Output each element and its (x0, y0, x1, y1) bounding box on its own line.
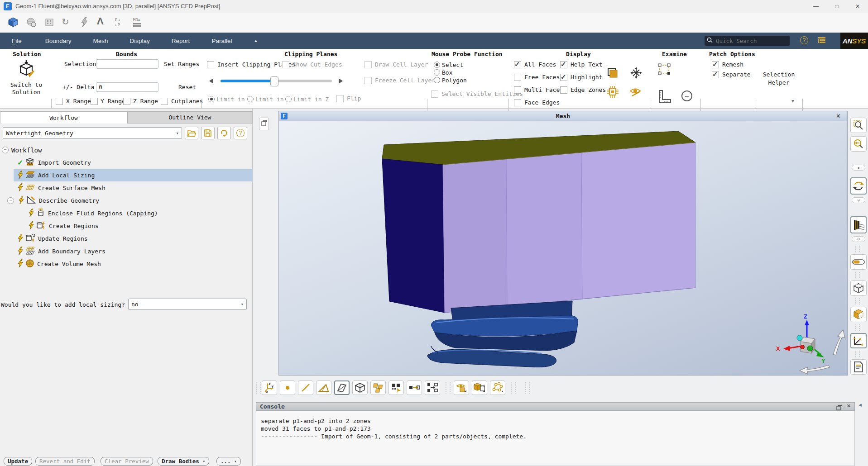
select-items-tool-button[interactable] (388, 380, 404, 395)
rotate-view-button[interactable] (850, 177, 867, 195)
guide-book-icon[interactable] (817, 36, 826, 46)
selection-helper-label[interactable]: Selection Helper (760, 71, 798, 87)
limit-z-radio[interactable] (285, 96, 292, 102)
revert-and-edit-button[interactable]: Revert and Edit (35, 457, 95, 466)
flip-checkbox[interactable] (336, 95, 344, 102)
package-icon[interactable] (25, 16, 37, 30)
journal-icon[interactable] (79, 16, 91, 30)
triad-tool-button[interactable]: zyx (262, 380, 277, 395)
menu-file[interactable]: File (10, 38, 24, 44)
clip-slider-handle[interactable] (270, 76, 278, 86)
clip-progress-button[interactable] (850, 254, 867, 270)
copy-view-icon[interactable] (607, 67, 619, 81)
ruler-icon[interactable] (658, 90, 671, 105)
tree-item-update-regions[interactable]: Update Regions (0, 233, 253, 245)
tree-item-add-local-sizing[interactable]: Add Local Sizing (0, 169, 253, 181)
tab-workflow[interactable]: Workflow (0, 111, 127, 124)
insert-clipping-checkbox[interactable] (207, 61, 214, 68)
viewport[interactable]: Z X Y (279, 121, 847, 375)
show-cut-edges-checkbox[interactable] (282, 61, 289, 68)
sync-icon[interactable]: ↻ (62, 16, 69, 27)
save-workflow-button[interactable] (201, 127, 215, 139)
tree-item-enclose-fluid-regions[interactable]: Enclose Fluid Regions (Capping) (0, 207, 253, 219)
feature-points-tool-button[interactable] (490, 380, 505, 395)
graphics-close-icon[interactable]: ✕ (836, 113, 841, 119)
visibility-eye-icon[interactable] (629, 86, 642, 100)
y-range-checkbox[interactable] (91, 98, 98, 105)
update-button[interactable]: Update (4, 457, 32, 466)
workflow-type-select[interactable]: Watertight Geometry ▾ (3, 127, 182, 139)
graphics-title-bar[interactable]: F Mesh ✕ (279, 111, 847, 121)
separate-checkbox[interactable] (712, 71, 719, 78)
clip-slider[interactable] (221, 80, 332, 82)
switch-to-solution-button[interactable]: Switch to Solution (5, 60, 48, 105)
separate-zone-tool-button[interactable] (425, 380, 440, 395)
cutplanes-checkbox[interactable] (161, 98, 168, 105)
report-doc-button[interactable] (850, 359, 867, 375)
ribbon-collapse-icon[interactable]: ▲ (252, 38, 259, 43)
menu-parallel[interactable]: Parallel (210, 38, 234, 44)
probe-select-radio[interactable] (434, 62, 440, 68)
quick-search-box[interactable] (705, 36, 790, 46)
pane-float-button[interactable] (259, 118, 269, 130)
zoom-box-button[interactable] (850, 118, 867, 133)
bodies-tool-button[interactable] (370, 380, 386, 395)
tree-item-add-boundary-layers[interactable]: Add Boundary Layers (0, 245, 253, 257)
tree-item-describe-geometry[interactable]: − Describe Geometry (0, 195, 253, 207)
highlight-chip-icon[interactable] (607, 86, 619, 100)
menu-boundary[interactable]: Boundary (43, 38, 73, 44)
expander-icon[interactable]: − (2, 147, 9, 153)
bounds-selection-input[interactable] (96, 59, 158, 69)
monitor-icon[interactable]: MO= (132, 16, 145, 30)
reset-label[interactable]: Reset (178, 84, 196, 90)
free-faces-checkbox[interactable] (514, 74, 521, 81)
clear-preview-button[interactable]: Clear Preview (101, 457, 153, 466)
object-display-tool-button[interactable] (472, 380, 487, 395)
probe-polygon-radio[interactable] (434, 77, 440, 83)
minimize-button[interactable]: — (806, 0, 826, 13)
face-edges-checkbox[interactable] (514, 99, 521, 106)
tree-item-create-surface-mesh[interactable]: Create Surface Mesh (0, 182, 253, 194)
multi-faces-checkbox[interactable] (514, 86, 521, 94)
display-options-tool-button[interactable] (454, 380, 469, 395)
z-range-checkbox[interactable] (123, 98, 130, 105)
plot-axes-button[interactable] (850, 333, 867, 348)
draw-bodies-button[interactable]: Draw Bodies ▾ (158, 457, 209, 466)
help-text-checkbox[interactable] (560, 61, 567, 68)
toolbar-expand-chevron[interactable]: » (852, 165, 865, 171)
examine-select-box-icon[interactable] (658, 62, 671, 78)
point-tool-button[interactable] (280, 380, 295, 395)
menu-report[interactable]: Report (170, 38, 192, 44)
edge-zones-checkbox[interactable] (560, 86, 567, 94)
zoom-back-button[interactable] (850, 136, 867, 152)
export-icon[interactable] (43, 16, 55, 30)
toolbar-expand-chevron[interactable]: » (852, 197, 865, 203)
clip-slider-left-arrow[interactable] (209, 78, 213, 84)
tree-item-create-regions[interactable]: Create Regions (0, 220, 253, 232)
freeze-cell-layer-checkbox[interactable] (364, 77, 372, 84)
x-range-checkbox[interactable] (56, 98, 63, 105)
tab-outline-view[interactable]: Outline View (127, 111, 253, 124)
menu-display[interactable]: Display (128, 38, 152, 44)
move-zone-tool-button[interactable] (407, 380, 422, 395)
tree-root-row[interactable]: − Workflow (0, 144, 253, 156)
console-splitter-icon[interactable]: ◀ (858, 403, 862, 407)
help-icon[interactable]: ? (800, 36, 808, 44)
limit-y-radio[interactable] (247, 96, 254, 102)
selection-helper-dropdown-icon[interactable]: ▾ (791, 98, 794, 104)
fit-to-window-icon[interactable] (630, 67, 642, 81)
quad-tool-button[interactable] (334, 380, 350, 395)
toolbar-expand-chevron[interactable]: » (852, 236, 865, 242)
maximize-button[interactable]: □ (826, 0, 847, 13)
local-sizing-answer-select[interactable]: no ▾ (128, 299, 247, 310)
probe-cube-button[interactable] (850, 281, 867, 296)
workflow-help-button[interactable]: ? (234, 127, 247, 139)
expander-icon[interactable]: − (7, 197, 14, 204)
console-close-icon[interactable]: ✕ (847, 403, 851, 409)
open-workflow-button[interactable] (185, 127, 198, 139)
clip-slider-right-arrow[interactable] (339, 78, 343, 84)
line-tool-button[interactable] (298, 380, 313, 395)
search-input[interactable] (715, 37, 785, 45)
menu-mesh[interactable]: Mesh (91, 38, 110, 44)
perspective-view-button[interactable] (850, 216, 867, 233)
